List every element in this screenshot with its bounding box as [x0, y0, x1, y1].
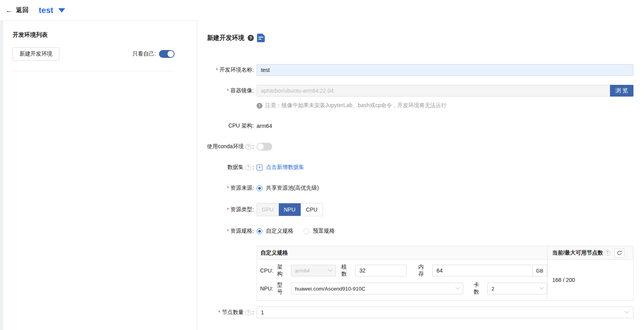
container-image-label: * 容器镜像:: [207, 87, 254, 94]
dataset-label: 数据集 ? :: [207, 164, 254, 171]
node-count-input[interactable]: [257, 307, 633, 318]
new-env-panel: 新建开发环境 ? * 开发环境名称:: [197, 20, 644, 330]
cpu-arch-value: arm64: [257, 123, 272, 129]
row-env-name: * 开发环境名称:: [207, 64, 633, 76]
resource-type-gpu[interactable]: GPU: [257, 203, 279, 216]
conda-label: 使用conda环境 ? :: [207, 143, 254, 150]
required-mark: *: [227, 88, 229, 94]
availability-help-icon[interactable]: ?: [605, 250, 610, 256]
cards-select[interactable]: 2: [487, 283, 547, 294]
env-name-label: * 开发环境名称:: [207, 66, 254, 74]
spec-table-body: CPU: 架构 arm64 核数 内存: [257, 260, 633, 300]
resource-type-segmented: GPU NPU CPU: [257, 203, 323, 216]
resource-source-label: * 资源来源:: [207, 185, 254, 192]
workspace-switcher[interactable]: test: [39, 5, 65, 15]
model-label: 型号: [277, 282, 288, 296]
preset-spec-radio[interactable]: 预置规格: [303, 228, 335, 235]
radio-selected-icon: [257, 185, 262, 191]
row-node-count: * 节点数量 ? :: [207, 307, 633, 318]
back-button[interactable]: ← 返回: [5, 6, 29, 14]
only-mine-label: 只看自己:: [132, 50, 156, 57]
required-mark: *: [227, 206, 229, 213]
npu-prefix: NPU:: [260, 285, 277, 292]
spec-header-left: 自定义规格: [257, 246, 547, 259]
cpu-spec-row: CPU: 架构 arm64 核数 内存: [260, 264, 547, 277]
resource-spec-label: * 资源规格:: [207, 228, 254, 235]
row-resource-spec: * 资源规格: 自定义规格 预置规格: [207, 225, 633, 237]
row-image-note: ! 注意：镜像中如果未安装JupyterLab、bash或cp命令，开发环境将无…: [207, 102, 633, 109]
toggle-knob: [257, 143, 264, 150]
node-count-label: * 节点数量 ? :: [207, 309, 254, 316]
conda-help-icon[interactable]: ?: [245, 144, 251, 150]
chevron-down-icon: [328, 267, 332, 272]
node-count-help-icon[interactable]: ?: [245, 310, 251, 316]
cpu-arch-label: CPU 架构:: [207, 122, 254, 129]
dataset-help-icon[interactable]: ?: [245, 165, 251, 170]
doc-line: [259, 37, 263, 38]
panel-title: 新建开发环境: [207, 34, 244, 42]
chevron-down-icon: [58, 8, 65, 13]
only-mine-control: 只看自己:: [132, 50, 175, 58]
image-note: ! 注意：镜像中如果未安装JupyterLab、bash或cp命令，开发环境将无…: [257, 102, 446, 109]
cpu-prefix: CPU:: [260, 267, 277, 274]
resource-type-npu[interactable]: NPU: [279, 203, 301, 216]
row-conda: 使用conda环境 ? :: [207, 141, 633, 152]
list-divider: [12, 71, 175, 71]
required-mark: *: [227, 185, 229, 191]
required-mark: *: [216, 67, 218, 73]
env-list-title: 开发环境列表: [12, 31, 175, 39]
cards-label: 卡数: [473, 282, 484, 296]
cores-label: 核数: [341, 264, 352, 278]
browse-button[interactable]: 浏 览: [610, 85, 633, 97]
row-resource-source: * 资源来源: 共享资源池(高优先级): [207, 182, 633, 194]
custom-spec-table: 自定义规格 当前/最大可用节点数 ?: [257, 246, 633, 301]
doc-icon[interactable]: [257, 34, 265, 42]
cores-input[interactable]: [355, 265, 407, 276]
info-icon: !: [257, 103, 262, 109]
new-env-form: * 开发环境名称: * 容器镜像:: [207, 64, 633, 318]
add-dataset-link[interactable]: 点击新增数据集: [266, 164, 304, 171]
top-bar: ← 返回 test: [0, 0, 644, 20]
env-name-input[interactable]: [257, 64, 633, 76]
image-note-text: 注意：镜像中如果未安装JupyterLab、bash或cp命令，开发环境将无法运…: [265, 102, 446, 109]
custom-spec-label: 自定义规格: [266, 228, 293, 235]
row-container-image: * 容器镜像: 浏 览: [207, 85, 633, 97]
spec-header-right: 当前/最大可用节点数 ?: [547, 246, 633, 259]
node-count-select[interactable]: [257, 307, 633, 318]
required-mark: *: [227, 228, 229, 234]
toggle-knob: [168, 51, 174, 57]
conda-toggle[interactable]: [257, 143, 272, 151]
shared-pool-label: 共享资源池(高优先级): [266, 185, 319, 192]
memory-unit: GB: [533, 265, 547, 276]
radio-selected-icon: [257, 228, 262, 234]
doc-line: [259, 39, 261, 39]
required-mark: *: [218, 309, 220, 316]
availability-value: 168 / 200: [552, 277, 575, 283]
arch-select[interactable]: arm64: [291, 265, 336, 276]
refresh-icon: [617, 250, 622, 256]
refresh-button[interactable]: [614, 248, 624, 258]
custom-spec-radio[interactable]: 自定义规格: [257, 228, 293, 235]
spec-table-header: 自定义规格 当前/最大可用节点数 ?: [257, 246, 633, 260]
new-env-button[interactable]: 新建开发环境: [12, 47, 59, 61]
memory-input[interactable]: [432, 265, 533, 276]
content-area: 开发环境列表 新建开发环境 只看自己: 新建开发环境 ?: [0, 20, 644, 330]
doc-fold: [262, 34, 265, 36]
npu-model-select[interactable]: huawei.com/Ascend910-910C: [291, 283, 463, 294]
help-icon[interactable]: ?: [248, 35, 254, 41]
row-resource-type: * 资源类型: GPU NPU CPU: [207, 203, 633, 216]
npu-spec-row: NPU: 型号 huawei.com/Ascend910-910C 卡数: [260, 282, 547, 295]
left-gutter: [0, 20, 3, 330]
row-cpu-arch: CPU 架构: arm64: [207, 120, 633, 132]
env-list-toolbar: 新建开发环境 只看自己:: [12, 47, 175, 61]
row-dataset: 数据集 ? : + 点击新增数据集: [207, 161, 633, 173]
container-image-input[interactable]: [257, 85, 610, 97]
only-mine-toggle[interactable]: [159, 50, 175, 58]
panel-title-row: 新建开发环境 ?: [207, 34, 633, 42]
row-spec-table: 自定义规格 当前/最大可用节点数 ?: [207, 246, 633, 307]
add-dataset-icon[interactable]: +: [257, 165, 262, 170]
resource-type-cpu[interactable]: CPU: [301, 203, 323, 216]
availability-cell: 168 / 200: [547, 260, 633, 300]
image-input-group: 浏 览: [257, 85, 633, 97]
shared-pool-radio[interactable]: 共享资源池(高优先级): [257, 185, 319, 192]
